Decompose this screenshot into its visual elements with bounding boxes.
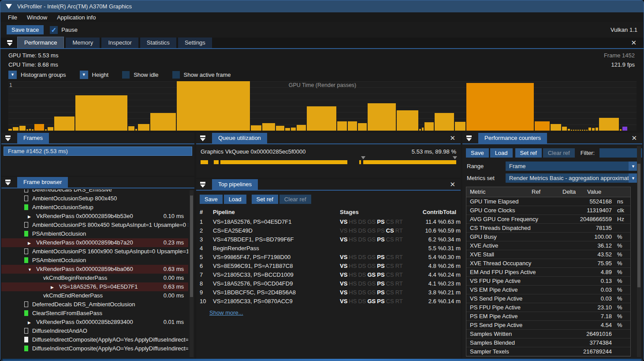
histogram-bar[interactable] [54,117,74,131]
histogram-bar[interactable] [397,110,418,131]
frame-browser-scrollbar[interactable] [190,190,194,357]
tree-row[interactable]: ▶VS=18A52576, PS=04E5D7F10.63 ms [1,282,188,291]
histogram-bar[interactable] [588,128,591,131]
scrollbar-thumb[interactable] [190,196,193,297]
histogram-bar[interactable] [45,129,47,131]
histogram-groups-dropdown[interactable]: ▼ [8,71,17,79]
histogram-bar[interactable] [596,128,598,131]
histogram-bar[interactable] [568,129,570,131]
gpu-time-histogram[interactable] [8,81,637,131]
queue-utilization-bar[interactable] [201,160,456,164]
histogram-bar[interactable] [128,126,134,131]
histogram-bar[interactable] [435,113,454,131]
show-idle-checkbox[interactable] [122,71,130,79]
save-button[interactable]: Save [200,195,223,204]
chevron-right-icon[interactable]: ▶ [28,239,32,247]
metric-row[interactable]: GPU Time Elapsed5524168ns [466,197,630,206]
pipeline-row[interactable]: 5VS=99865F47, PS=F7198D00VSHSDSGSPSCSRT5… [196,253,461,262]
tree-row[interactable]: DiffuseIndirectAndAO [1,327,188,335]
chevron-right-icon[interactable]: ▶ [28,212,32,221]
tree-row[interactable]: ClearStencilFromBasePass [1,309,188,318]
tab-inspector[interactable]: Inspector [101,38,138,48]
frame-browser-tab[interactable]: Frame browser [17,177,68,188]
tree-row[interactable]: vkCmdEndRenderPass0.00 ms [1,291,188,300]
load-button[interactable]: Load [224,195,246,204]
set-ref-button[interactable]: Set ref [515,148,542,158]
performance-counters-tab[interactable]: Performance counters [478,133,547,143]
top-pipelines-tab[interactable]: Top pipelines [212,179,258,190]
metric-row[interactable]: AVG GPU Core Frequency2048666559Hz [466,215,630,224]
tree-row[interactable]: PSAmbientOcclusion [1,229,188,238]
pipeline-row[interactable]: 6VS=8E596C91, PS=A71B87C8VSHSDSGSPSCSRT4… [196,262,461,271]
pause-checkbox-icon[interactable]: ✓ [50,26,58,34]
tree-row[interactable]: AmbientOcclusionSetup 800x450 [1,194,188,203]
metric-row[interactable]: XVE Stall43.52% [466,250,630,259]
close-icon[interactable]: ✕ [450,180,455,188]
tab-memory[interactable]: Memory [66,38,100,48]
selected-frame-row[interactable]: Frame #1452 (5.53 ms) [4,147,192,156]
histogram-bar[interactable] [8,129,12,131]
chevron-down-icon[interactable]: ▼ [629,173,638,183]
histogram-bar[interactable] [582,130,583,131]
tree-row[interactable]: ▶VkRenderPass 0x00000285b28934000.01 ms [1,318,188,327]
histogram-bar[interactable] [562,127,567,131]
filter-funnel-icon[interactable] [466,135,472,141]
histogram-bar[interactable] [584,130,585,131]
histogram-bar[interactable] [586,130,588,131]
metric-row[interactable]: CS Threads Dispatched78135 [466,224,630,233]
load-button[interactable]: Load [490,148,513,158]
tab-statistics[interactable]: Statistics [140,38,176,48]
chevron-down-icon[interactable]: ▼ [28,265,32,274]
histogram-bar[interactable] [29,129,31,131]
histogram-bar[interactable] [251,125,261,131]
tree-row[interactable]: AmbientOcclusionSetup [1,203,188,212]
histogram-bar[interactable] [592,128,595,131]
tree-row[interactable]: vkCmdBeginRenderPass0.00 ms [1,274,188,282]
metric-row[interactable]: PS FPU Pipe Active23.10% [466,303,630,312]
metric-row[interactable]: Samples Written26491016 [466,330,630,338]
pipeline-row[interactable]: 10VS=21805C33, PS=0870ACC9VSHSDSGSPSCSRT… [196,297,461,306]
histogram-bar[interactable] [75,95,127,131]
histogram-bar[interactable] [26,129,28,131]
tree-row[interactable]: DeferredDecals DRS_AmbientOcclusion [1,300,188,309]
tree-row[interactable]: DiffuseIndirectComposite(ApplyAO=Yes App… [1,335,188,344]
tree-row[interactable]: DiffuseIndirectComposite(ApplyAO=Yes App… [1,344,188,353]
filter-input[interactable] [599,148,642,158]
metric-row[interactable]: XVE Active36.12% [466,241,630,250]
close-icon[interactable]: ✕ [631,134,637,142]
menu-item-file[interactable]: File [3,13,22,22]
metric-row[interactable]: VS Send Pipe Active0.03% [466,294,630,303]
metric-row[interactable]: XVE Thread Occupancy75.95% [466,259,630,268]
histogram-bar[interactable] [138,124,149,131]
histogram-bar[interactable] [580,130,581,131]
metric-row[interactable]: EM And FPU Pipes Active4.89% [466,268,630,277]
metric-row[interactable]: GPU Core Clocks11319407clk [466,206,630,215]
histogram-bar[interactable] [358,123,367,131]
metric-row[interactable]: Samples Blended3774384 [466,338,630,347]
metric-row[interactable]: GPU Busy100.00% [466,233,630,241]
filter-funnel-icon[interactable] [5,135,11,141]
clear-ref-button[interactable]: Clear ref [543,148,575,158]
filter-funnel-icon[interactable] [200,181,206,188]
menu-item-window[interactable]: Window [22,13,52,22]
histogram-bar[interactable] [348,121,357,131]
pipeline-row[interactable]: 7VS=21805C33, PS=BCCD1009VSHSDSGSPSCSRT4… [196,271,461,279]
tab-settings[interactable]: Settings [178,38,212,48]
histogram-bar[interactable] [573,130,574,131]
tree-row[interactable]: ▼VkRenderPass 0x000002859b4ba0600.63 ms [1,265,188,274]
tree-row[interactable]: ▶VkRenderPass 0x000002859b4b53e00.10 ms [1,212,188,221]
histogram-bar[interactable] [535,121,550,131]
close-icon[interactable]: ✕ [631,39,637,47]
metric-row[interactable]: VS EM Pipe Active0.03% [466,286,630,294]
frames-tab[interactable]: Frames [17,133,49,143]
histogram-bar[interactable] [48,127,53,131]
close-icon[interactable]: ✕ [450,134,455,142]
histogram-bar[interactable] [551,124,561,131]
pipeline-row[interactable]: 2CS=EA25E49DVSHSDSGSPSCSRT10.6 %0.59 ms [196,226,461,235]
histogram-bar[interactable] [622,127,627,131]
histogram-bar[interactable] [368,103,396,131]
histogram-bar[interactable] [419,129,421,131]
histogram-bar[interactable] [150,113,176,131]
range-marker-icon[interactable] [453,156,457,159]
chevron-down-icon[interactable]: ▼ [629,162,638,171]
